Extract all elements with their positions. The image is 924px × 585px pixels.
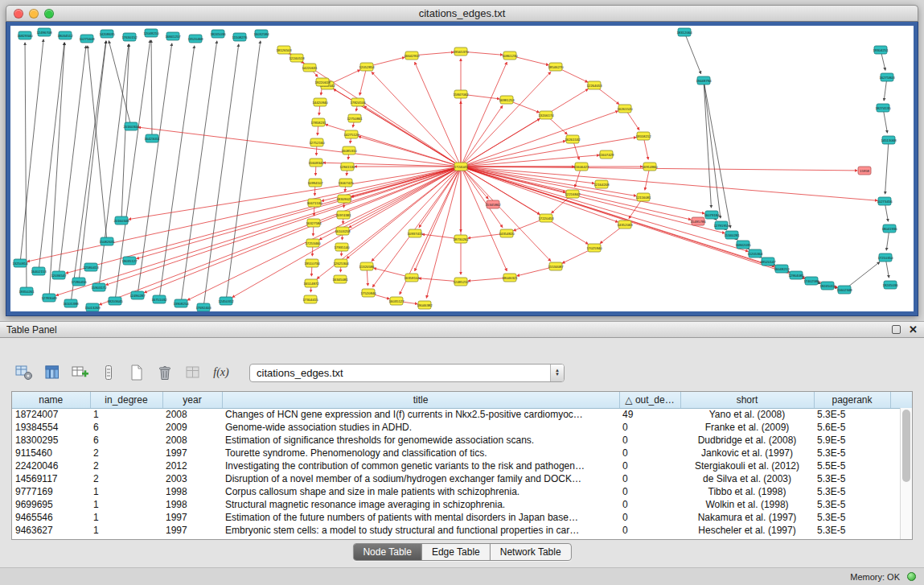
table-cell[interactable]: 5.3E-5	[814, 511, 890, 524]
table-cell[interactable]: 2008	[162, 408, 222, 421]
table-row[interactable]: 1456911722003Disruption of a novel membe…	[12, 472, 913, 485]
table-cell[interactable]: 0	[619, 421, 680, 434]
graph-node[interactable]: 16358104	[404, 274, 420, 282]
table-cell[interactable]: Changes of HCN gene expression and I(f) …	[222, 408, 619, 421]
graph-node[interactable]: 15903172	[91, 283, 107, 291]
graph-node[interactable]: 15013269	[84, 303, 101, 311]
table-cell[interactable]: 1998	[162, 498, 222, 511]
graph-node[interactable]: 12240518	[289, 54, 305, 62]
graph-node[interactable]: 16035127	[388, 297, 405, 305]
table-cell[interactable]: Wolkin et al. (1998)	[680, 498, 814, 511]
graph-node[interactable]: 11607429	[599, 150, 614, 159]
graph-node[interactable]: 15847062	[453, 90, 469, 98]
table-cell[interactable]: Tibbo et al. (1998)	[680, 485, 814, 498]
graph-node[interactable]: 11508276	[232, 33, 248, 41]
table-cell[interactable]: Yano et al. (2008)	[680, 408, 814, 421]
table-cell[interactable]: 1	[90, 524, 162, 537]
graph-node[interactable]: 12490287	[129, 291, 146, 299]
close-panel-icon[interactable]: ✕	[909, 325, 918, 334]
graph-node[interactable]: 10861230	[502, 51, 518, 60]
network-window-titlebar[interactable]: citations_edges.txt	[6, 5, 918, 22]
graph-node[interactable]: 12783049	[41, 294, 57, 302]
graph-node[interactable]: 19046382	[417, 301, 433, 309]
minimize-window-button[interactable]	[29, 9, 39, 19]
table-cell[interactable]: 18300295	[12, 434, 90, 447]
graph-node[interactable]: 12580413	[83, 263, 99, 271]
table-cell[interactable]: 0	[619, 459, 680, 472]
graph-node[interactable]: 16079184	[704, 211, 720, 219]
graph-node[interactable]: 12496708	[36, 28, 52, 36]
table-cell[interactable]: 6	[90, 434, 162, 447]
graph-node[interactable]: 10937415	[407, 229, 423, 237]
tab-node-table[interactable]: Node Table	[353, 544, 422, 560]
graph-node[interactable]: 16981253	[499, 96, 515, 104]
graph-node[interactable]: 12264053	[586, 81, 602, 89]
graph-node[interactable]: 12752160	[309, 138, 325, 146]
table-cell[interactable]: 2	[90, 472, 162, 485]
table-cell[interactable]: 1	[90, 498, 162, 511]
graph-node[interactable]: 14208635	[99, 30, 115, 38]
graph-node[interactable]: 14352063	[617, 220, 633, 229]
graph-node[interactable]: 20974381	[335, 211, 351, 219]
create-column-button[interactable]	[69, 362, 92, 383]
table-cell[interactable]: 9463627	[12, 524, 90, 537]
table-cell[interactable]: 0	[619, 498, 680, 511]
table-cell[interactable]: Stergiakouli et al. (2012)	[680, 459, 814, 472]
table-cell[interactable]: 0	[619, 434, 680, 447]
graph-node[interactable]: 18520147	[760, 257, 776, 266]
graph-node[interactable]: 14420940	[312, 98, 328, 106]
table-vertical-scrollbar[interactable]	[900, 408, 912, 539]
graph-node[interactable]: 19565370	[453, 47, 469, 56]
table-cell[interactable]: 6	[90, 421, 162, 434]
show-columns-button[interactable]	[41, 362, 64, 383]
graph-node[interactable]: 20160348	[113, 216, 129, 225]
graph-node[interactable]: 11320586	[359, 262, 375, 270]
graph-node[interactable]: 16841257	[165, 32, 181, 40]
table-cell[interactable]: 18724007	[12, 408, 90, 421]
table-cell[interactable]: Dudbridge et al. (2008)	[680, 434, 814, 447]
table-cell[interactable]: 1	[90, 485, 162, 498]
table-row[interactable]: 1830029562008Estimation of significance …	[12, 434, 913, 447]
table-cell[interactable]: 1997	[162, 447, 222, 459]
table-cell[interactable]: 0	[619, 511, 680, 524]
graph-node[interactable]: 12964085	[788, 271, 804, 279]
column-header-2[interactable]: year	[162, 392, 222, 408]
graph-node[interactable]: 13250814	[12, 259, 28, 267]
table-cell[interactable]: 22420046	[12, 459, 90, 472]
graph-node[interactable]: 18203645	[107, 297, 123, 305]
graph-node[interactable]: 19304251	[873, 46, 889, 54]
table-select-combobox[interactable]: citations_edges.txt ▲▼	[249, 364, 565, 382]
table-cell[interactable]: 14569117	[12, 472, 90, 485]
graph-node[interactable]: 17304415	[302, 295, 318, 303]
table-cell[interactable]: Corpus callosum shape and size in male p…	[222, 485, 619, 498]
column-header-0[interactable]: name	[12, 392, 90, 408]
graph-node[interactable]: 16261520	[617, 105, 633, 113]
graph-node[interactable]: 15608342	[308, 159, 324, 167]
graph-node[interactable]: 12048210	[143, 29, 159, 37]
table-cell[interactable]: 2008	[162, 434, 222, 447]
graph-node[interactable]: 17210354	[877, 253, 893, 262]
import-table-button[interactable]	[182, 362, 204, 383]
tab-edge-table[interactable]: Edge Table	[422, 544, 491, 560]
table-cell[interactable]: Investigating the contribution of common…	[222, 459, 619, 472]
graph-node[interactable]: 12164208	[593, 180, 610, 188]
table-row[interactable]: 969969511998Structural magnetic resonanc…	[12, 498, 913, 511]
graph-node[interactable]: 14513068	[881, 136, 897, 144]
table-cell[interactable]: Franke et al. (2009)	[680, 421, 814, 434]
graph-node[interactable]: 16103258	[335, 227, 351, 235]
table-cell[interactable]: 1997	[162, 524, 222, 537]
graph-node[interactable]: 15340281	[724, 231, 740, 239]
graph-node[interactable]: 18312064	[676, 28, 692, 36]
table-cell[interactable]: Estimation of the future numbers of pati…	[222, 511, 619, 524]
table-cell[interactable]: 19384554	[12, 421, 90, 434]
graph-node[interactable]: 13067425	[338, 179, 354, 187]
graph-node[interactable]: 19220618	[314, 78, 331, 86]
table-cell[interactable]: 2	[90, 447, 162, 459]
graph-node[interactable]: 19245012	[819, 282, 836, 290]
graph-node[interactable]: 18546270	[548, 63, 564, 71]
table-cell[interactable]: 5.6E-5	[814, 421, 890, 434]
graph-node[interactable]: 16345081	[332, 275, 348, 283]
graph-node[interactable]: 15602348	[836, 286, 852, 294]
table-cell[interactable]: 5.9E-5	[814, 434, 890, 447]
graph-node[interactable]: 14354820	[499, 229, 515, 237]
